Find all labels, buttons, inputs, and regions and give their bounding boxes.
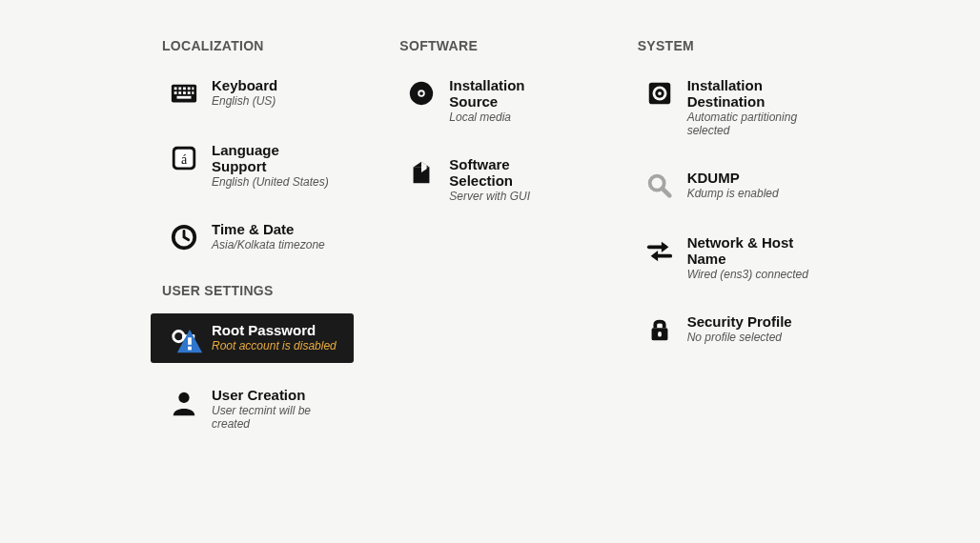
spoke-source-title: Installation Source (449, 77, 574, 110)
svg-rect-32 (658, 332, 662, 337)
svg-rect-11 (177, 96, 192, 99)
lock-icon (643, 313, 676, 346)
column-system: SYSTEM Installation Destination Automati… (638, 38, 818, 454)
user-icon (168, 387, 200, 419)
spoke-dest-title: Installation Destination (687, 77, 812, 110)
spoke-installation-destination[interactable]: Installation Destination Automatic parti… (638, 69, 818, 146)
spoke-kdump[interactable]: KDUMP Kdump is enabled (638, 161, 818, 211)
spoke-user-title: User Creation (212, 387, 337, 403)
spoke-language-title: Language Support (212, 142, 337, 174)
svg-rect-3 (183, 87, 186, 90)
spoke-network[interactable]: Network & Host Name Wired (ens3) connect… (638, 226, 818, 290)
svg-point-24 (419, 91, 423, 95)
svg-rect-7 (178, 91, 181, 94)
svg-rect-20 (188, 347, 192, 351)
spoke-selection-title: Software Selection (449, 156, 574, 189)
section-title-software: SOFTWARE (399, 38, 580, 53)
disc-icon (405, 77, 438, 110)
svg-rect-5 (192, 87, 194, 90)
spoke-source-sub: Local media (449, 111, 574, 124)
installation-summary: LOCALIZATION Keyboard English (US) á Lan… (162, 38, 818, 454)
column-localization: LOCALIZATION Keyboard English (US) á Lan… (162, 38, 342, 454)
spoke-kdump-title: KDUMP (687, 170, 779, 186)
spoke-user-sub: User tecmint will be created (212, 404, 337, 431)
svg-text:á: á (181, 151, 188, 167)
svg-point-21 (178, 392, 189, 403)
spoke-time-title: Time & Date (212, 221, 325, 237)
svg-point-28 (658, 91, 662, 95)
spoke-language[interactable]: á Language Support English (United State… (162, 133, 342, 197)
svg-rect-10 (192, 91, 194, 94)
spoke-root-sub: Root account is disabled (212, 339, 337, 352)
spoke-keyboard-title: Keyboard (212, 77, 277, 93)
kdump-search-icon (643, 170, 676, 202)
clock-icon (168, 221, 200, 253)
spoke-language-sub: English (United States) (212, 175, 337, 189)
spoke-installation-source[interactable]: Installation Source Local media (399, 69, 580, 132)
svg-rect-9 (188, 91, 191, 94)
spoke-time-sub: Asia/Kolkata timezone (212, 238, 325, 251)
spoke-root-password[interactable]: Root Password Root account is disabled (151, 313, 354, 363)
network-arrows-icon (643, 234, 676, 267)
keyboard-icon (168, 77, 200, 110)
spoke-root-title: Root Password (212, 322, 337, 338)
svg-rect-6 (174, 91, 177, 94)
spoke-security[interactable]: Security Profile No profile selected (638, 305, 818, 354)
svg-line-30 (662, 189, 669, 196)
spoke-keyboard[interactable]: Keyboard English (US) (162, 69, 342, 118)
svg-rect-4 (188, 87, 191, 90)
section-user-settings: USER SETTINGS Root Password Root account… (162, 283, 342, 439)
disk-icon (643, 77, 676, 110)
svg-rect-2 (178, 87, 181, 90)
section-title-localization: LOCALIZATION (162, 38, 342, 53)
spoke-user-creation[interactable]: User Creation User tecmint will be creat… (162, 378, 342, 439)
spoke-keyboard-sub: English (US) (212, 94, 277, 108)
section-title-user: USER SETTINGS (162, 283, 342, 298)
spoke-time[interactable]: Time & Date Asia/Kolkata timezone (162, 212, 342, 262)
svg-rect-19 (188, 337, 192, 345)
spoke-network-sub: Wired (ens3) connected (687, 268, 812, 281)
language-icon: á (168, 142, 200, 174)
svg-rect-8 (183, 91, 186, 94)
spoke-selection-sub: Server with GUI (449, 190, 574, 203)
spoke-kdump-sub: Kdump is enabled (687, 187, 779, 200)
svg-rect-1 (174, 87, 177, 90)
warning-badge-icon (175, 328, 204, 356)
spoke-dest-sub: Automatic partitioning selected (687, 111, 812, 137)
spoke-security-sub: No profile selected (687, 331, 792, 344)
spoke-network-title: Network & Host Name (687, 234, 812, 267)
spoke-software-selection[interactable]: Software Selection Server with GUI (399, 148, 580, 211)
package-icon (405, 156, 438, 189)
root-password-icon (168, 322, 200, 354)
section-title-system: SYSTEM (638, 38, 818, 53)
column-software: SOFTWARE Installation Source Local media… (399, 38, 580, 454)
spoke-security-title: Security Profile (687, 313, 792, 330)
